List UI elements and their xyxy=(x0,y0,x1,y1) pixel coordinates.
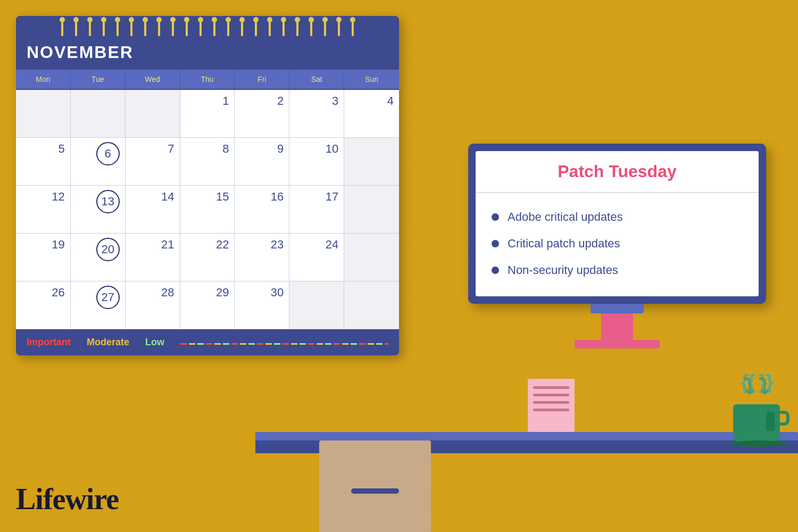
ring xyxy=(158,21,160,36)
ring xyxy=(130,21,132,36)
calendar-rings xyxy=(16,16,399,39)
screen-title: Patch Tuesday xyxy=(486,162,748,181)
list-item-2: Critical patch updates xyxy=(492,230,743,257)
ring xyxy=(352,21,354,36)
cal-cell-16: 16 xyxy=(235,186,289,234)
cal-cell-14: 14 xyxy=(126,186,180,234)
ring xyxy=(255,21,257,36)
notepad-line xyxy=(533,394,569,396)
cal-cell-5: 5 xyxy=(16,138,71,186)
day-header-sat: Sat xyxy=(289,70,344,89)
screen-content: Adobe critical updates Critical patch up… xyxy=(476,193,759,296)
ring xyxy=(227,21,229,36)
day-header-mon: Mon xyxy=(16,70,71,89)
monitor-display: Patch Tuesday Adobe critical updates Cri… xyxy=(468,144,766,348)
ring xyxy=(61,21,63,36)
cal-cell-19: 19 xyxy=(16,234,71,281)
circled-day-6: 6 xyxy=(96,142,120,165)
cal-cell-empty xyxy=(16,90,71,138)
cal-cell-30: 30 xyxy=(235,281,289,329)
logo-text: Lifewire xyxy=(16,483,119,516)
ring xyxy=(200,21,202,36)
calendar-header: Mon Tue Wed Thu Fri Sat Sun xyxy=(16,70,399,89)
circled-day-20: 20 xyxy=(96,238,120,261)
ring xyxy=(172,21,174,36)
bullet-icon-1 xyxy=(492,213,499,221)
cal-cell-empty xyxy=(344,186,399,234)
calendar-legend: Important Moderate Low xyxy=(16,329,399,355)
legend-low: Low xyxy=(145,337,164,348)
cal-cell-empty xyxy=(289,281,344,329)
monitor-stand xyxy=(468,304,766,348)
ring xyxy=(89,21,91,36)
legend-moderate: Moderate xyxy=(87,337,129,348)
day-header-fri: Fri xyxy=(235,70,289,89)
day-header-wed: Wed xyxy=(126,70,180,89)
cal-cell-29: 29 xyxy=(180,281,235,329)
cal-cell-26: 26 xyxy=(16,281,71,329)
ring xyxy=(338,21,340,36)
list-item-1: Adobe critical updates xyxy=(492,204,743,230)
ring xyxy=(282,21,285,36)
list-item-text-1: Adobe critical updates xyxy=(508,210,622,224)
cal-cell-21: 21 xyxy=(126,234,180,281)
cal-cell-17: 17 xyxy=(289,186,344,234)
ring xyxy=(296,21,298,36)
cal-cell-6: 6 xyxy=(71,138,126,186)
cal-cell-empty xyxy=(344,138,399,186)
stand-neck xyxy=(591,304,644,313)
screen-title-bar: Patch Tuesday xyxy=(476,151,759,193)
drawer-handle xyxy=(351,488,399,494)
cal-cell-12: 12 xyxy=(16,186,71,234)
stand-pole xyxy=(601,313,633,340)
notepad-line xyxy=(533,386,569,389)
monitor-frame: Patch Tuesday Adobe critical updates Cri… xyxy=(468,144,766,304)
cal-cell-27: 27 xyxy=(71,281,126,329)
ring xyxy=(324,21,326,36)
cal-cell-empty xyxy=(126,90,180,138)
notepad-line xyxy=(533,409,569,411)
cup xyxy=(733,404,780,443)
cal-cell-20: 20 xyxy=(71,234,126,281)
list-item-text-2: Critical patch updates xyxy=(508,237,620,251)
drawer-unit xyxy=(319,440,431,532)
day-header-tue: Tue xyxy=(71,70,126,89)
notepad xyxy=(528,379,575,432)
legend-important: Important xyxy=(27,337,71,348)
cal-cell-10: 10 xyxy=(289,138,344,186)
ring xyxy=(144,21,146,36)
stand-base xyxy=(575,340,660,348)
cal-cell-3: 3 xyxy=(289,90,344,138)
day-header-sun: Sun xyxy=(344,70,399,89)
cal-cell-22: 22 xyxy=(180,234,235,281)
steam-wafts: ⤵ ⤵ xyxy=(743,375,769,399)
calendar-grid: 1 2 3 4 5 6 7 8 9 10 12 13 14 15 16 17 1… xyxy=(16,89,399,329)
ring xyxy=(75,21,77,36)
ring xyxy=(241,21,243,36)
circled-day-13: 13 xyxy=(96,190,120,213)
ring xyxy=(186,21,188,36)
cal-cell-empty xyxy=(344,234,399,281)
ring xyxy=(117,21,119,36)
cup-shadow xyxy=(766,412,775,431)
cal-cell-23: 23 xyxy=(235,234,289,281)
steam-right: ⤵ xyxy=(758,375,769,398)
day-header-thu: Thu xyxy=(180,70,235,89)
cal-cell-15: 15 xyxy=(180,186,235,234)
calendar-month-label: NOVEMBER xyxy=(16,39,399,70)
notepad-line xyxy=(533,401,569,404)
list-item-text-3: Non-security updates xyxy=(508,263,618,277)
cal-cell-7: 7 xyxy=(126,138,180,186)
circled-day-27: 27 xyxy=(96,286,120,309)
cal-cell-empty xyxy=(71,90,126,138)
cal-cell-9: 9 xyxy=(235,138,289,186)
monitor-screen: Patch Tuesday Adobe critical updates Cri… xyxy=(476,151,759,296)
cal-cell-28: 28 xyxy=(126,281,180,329)
cal-cell-2: 2 xyxy=(235,90,289,138)
cal-cell-empty xyxy=(344,281,399,329)
list-item-3: Non-security updates xyxy=(492,257,743,284)
cal-cell-8: 8 xyxy=(180,138,235,186)
cal-cell-1: 1 xyxy=(180,90,235,138)
ring xyxy=(103,21,105,36)
calendar: NOVEMBER Mon Tue Wed Thu Fri Sat Sun 1 2… xyxy=(16,16,399,355)
